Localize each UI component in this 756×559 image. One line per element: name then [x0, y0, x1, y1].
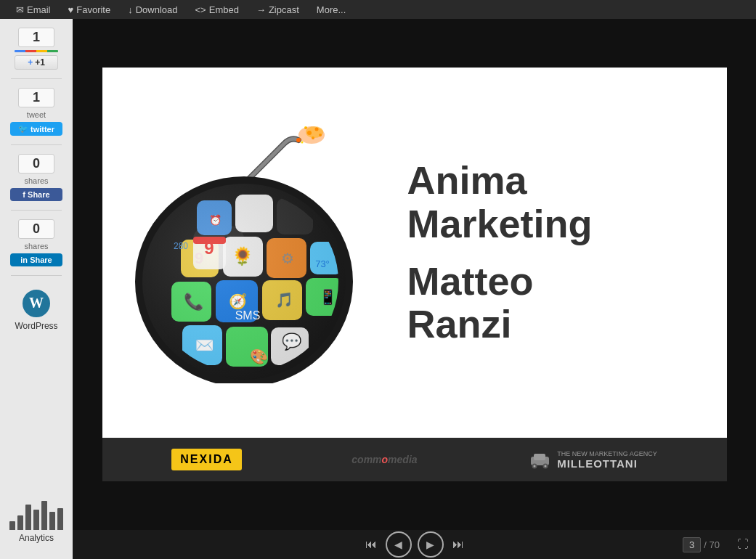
heart-icon: ♥ — [68, 4, 74, 15]
fullscreen-button[interactable]: ⛶ — [737, 538, 749, 551]
last-icon: ⏭ — [452, 538, 464, 551]
bar-7 — [57, 508, 63, 530]
page-indicator: 3 / 70 — [683, 537, 720, 552]
linkedin-widget: 0 shares in Share — [7, 219, 65, 266]
slide: ⏰ SMS 9 ⚙ 73° 📞 🎵 — [102, 68, 727, 481]
first-frame-button[interactable]: ⏮ — [359, 534, 383, 555]
slide-area: ⏰ SMS 9 ⚙ 73° 📞 🎵 — [73, 19, 756, 530]
email-icon: ✉ — [16, 4, 24, 15]
bomb-svg: ⏰ SMS 9 ⚙ 73° 📞 🎵 — [124, 122, 357, 383]
google-color-bar — [15, 50, 58, 52]
slide-main: ⏰ SMS 9 ⚙ 73° 📞 🎵 — [102, 68, 727, 438]
sidebar: 1 + +1 1 tweet 🐦 twitter 0 shares f Shar… — [0, 19, 73, 559]
fb-count: 0 — [18, 154, 54, 174]
sparks — [298, 126, 325, 144]
plus-icon: + — [28, 57, 33, 68]
twitter-widget: 1 tweet 🐦 twitter — [7, 88, 65, 136]
twitter-icon: 🐦 — [18, 124, 28, 134]
facebook-widget: 0 shares f Share — [7, 154, 65, 201]
bar-1 — [9, 521, 15, 530]
tweet-label: tweet — [27, 110, 46, 119]
analytics-chart[interactable] — [9, 501, 63, 530]
download-icon: ↓ — [128, 4, 133, 15]
download-button[interactable]: ↓ Download — [119, 0, 186, 19]
google-plus-widget: 1 + +1 — [7, 28, 65, 70]
linkedin-button[interactable]: in Share — [10, 253, 62, 266]
wordpress-label: WordPress — [15, 321, 57, 331]
slide-illustration: ⏰ SMS 9 ⚙ 73° 📞 🎵 — [102, 68, 378, 438]
svg-rect-49 — [534, 454, 545, 460]
commedia-logo: commomedia — [351, 454, 417, 465]
first-icon: ⏮ — [365, 538, 377, 551]
bar-6 — [49, 512, 55, 530]
wordpress-widget: W WordPress — [15, 289, 57, 331]
bar-2 — [17, 515, 23, 530]
svg-point-53 — [545, 465, 547, 467]
toolbar: ✉ Email ♥ Favorite ↓ Download <> Embed →… — [0, 0, 756, 19]
tweet-count: 1 — [18, 88, 54, 107]
analytics-widget: Analytics — [9, 501, 63, 550]
bar-4 — [33, 510, 39, 530]
last-frame-button[interactable]: ⏭ — [447, 534, 470, 555]
total-pages: / 70 — [704, 539, 720, 550]
wordpress-icon[interactable]: W — [22, 289, 51, 318]
play-button[interactable]: ▶ — [418, 531, 444, 558]
milleottani-logo: THE NEW MARKETING AGENCY MILLEOTTANI — [527, 450, 657, 470]
playback-controls: ⏮ ◀ ▶ ⏭ 3 / 70 ⛶ — [73, 530, 756, 559]
embed-button[interactable]: <> Embed — [187, 0, 248, 19]
more-button[interactable]: More... — [308, 0, 354, 19]
slide-text: Anima Marketing Matteo Ranzi — [378, 68, 727, 438]
milleottani-text: THE NEW MARKETING AGENCY MILLEOTTANI — [557, 450, 657, 470]
previous-button[interactable]: ◀ — [386, 531, 412, 558]
car-icon — [527, 451, 553, 469]
svg-text:W: W — [29, 295, 44, 311]
google-count: 1 — [18, 28, 54, 47]
divider-4 — [11, 275, 62, 276]
bar-3 — [25, 505, 31, 530]
current-page: 3 — [683, 537, 701, 552]
twitter-button[interactable]: 🐦 twitter — [10, 122, 62, 136]
content-area: ⏰ SMS 9 ⚙ 73° 📞 🎵 — [73, 19, 756, 559]
email-button[interactable]: ✉ Email — [7, 0, 60, 19]
slide-footer: NEXIDA commomedia — [102, 438, 727, 481]
slide-title: Anima Marketing — [407, 159, 593, 245]
divider-2 — [11, 144, 62, 145]
embed-icon: <> — [195, 4, 206, 15]
divider-1 — [11, 78, 62, 79]
google-plus-button[interactable]: + +1 — [15, 55, 58, 70]
svg-point-47 — [142, 184, 346, 380]
divider-3 — [11, 210, 62, 211]
li-count: 0 — [18, 219, 54, 239]
svg-point-52 — [534, 465, 536, 467]
bar-5 — [41, 501, 47, 530]
favorite-button[interactable]: ♥ Favorite — [60, 0, 120, 19]
main-area: 1 + +1 1 tweet 🐦 twitter 0 shares f Shar… — [0, 19, 756, 559]
analytics-label: Analytics — [19, 533, 54, 543]
li-label: shares — [24, 242, 48, 250]
prev-icon: ◀ — [394, 539, 402, 550]
play-icon: ▶ — [426, 539, 434, 550]
zipcast-icon: → — [256, 4, 266, 15]
fullscreen-icon: ⛶ — [737, 538, 749, 550]
fb-label: shares — [24, 176, 48, 185]
nexida-logo: NEXIDA — [171, 449, 241, 470]
slide-subtitle: Matteo Ranzi — [407, 260, 534, 346]
svg-point-13 — [306, 126, 323, 138]
facebook-button[interactable]: f Share — [10, 188, 62, 201]
zipcast-button[interactable]: → Zipcast — [248, 0, 308, 19]
